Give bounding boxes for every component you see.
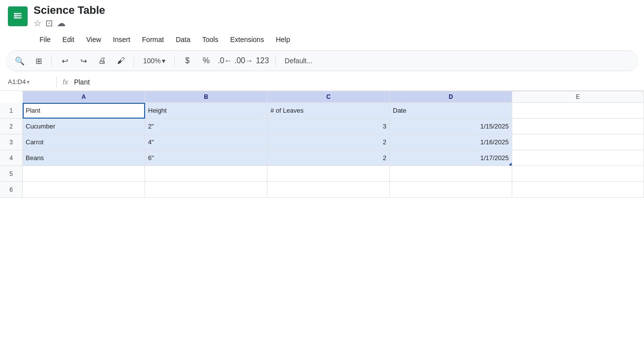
- cell-a4[interactable]: Beans: [23, 150, 145, 166]
- svg-rect-4: [14, 13, 16, 19]
- table-button[interactable]: ⊞: [31, 53, 46, 69]
- increase-decimal-button[interactable]: .00→: [236, 53, 252, 69]
- row-3: 3 Carrot 4" 2 1/16/2025: [0, 134, 644, 150]
- row-1: 1 Plant Height # of Leaves Date: [0, 103, 644, 119]
- redo-button[interactable]: ↪: [76, 53, 91, 69]
- col-header-e[interactable]: E: [512, 91, 644, 103]
- font-format-label[interactable]: Default...: [281, 56, 316, 66]
- cell-e4[interactable]: [512, 150, 644, 166]
- row-header-1[interactable]: 1: [0, 103, 23, 119]
- cell-c6[interactable]: [267, 182, 390, 198]
- row-header-4[interactable]: 4: [0, 150, 23, 166]
- formula-bar: A1:D4 ▾ fx Plant: [0, 73, 644, 91]
- paintformat-button[interactable]: 🖌: [113, 53, 129, 69]
- cell-b6[interactable]: [145, 182, 267, 198]
- menu-file[interactable]: File: [35, 34, 56, 45]
- cell-d3[interactable]: 1/16/2025: [390, 134, 512, 150]
- row-header-3[interactable]: 3: [0, 134, 23, 150]
- zoom-dropdown-icon: ▾: [162, 57, 165, 65]
- menu-extensions[interactable]: Extensions: [225, 34, 268, 45]
- toolbar-divider-4: [275, 55, 276, 67]
- col-header-c[interactable]: C: [267, 91, 390, 103]
- document-title[interactable]: Science Table: [34, 4, 105, 17]
- col-header-a[interactable]: A: [23, 91, 145, 103]
- fill-handle[interactable]: [509, 163, 512, 166]
- undo-button[interactable]: ↩: [57, 53, 73, 69]
- title-area: Science Table ☆ ⊡ ☁: [34, 4, 105, 29]
- cell-b5[interactable]: [145, 166, 267, 182]
- row-header-6[interactable]: 6: [0, 182, 23, 198]
- row-2: 2 Cucumber 2" 3 1/15/2025: [0, 119, 644, 134]
- toolbar-divider-2: [134, 55, 134, 67]
- cell-d1[interactable]: Date: [390, 103, 512, 119]
- title-bar: Science Table ☆ ⊡ ☁: [0, 0, 644, 33]
- cloud-icon[interactable]: ☁: [57, 18, 66, 29]
- toolbar-divider-1: [51, 55, 52, 67]
- grid-wrapper: A B C D E 1 Plant Height # of Leaves Dat…: [0, 91, 644, 198]
- app-icon: [8, 6, 28, 26]
- row-header-2[interactable]: 2: [0, 119, 23, 134]
- cell-a1[interactable]: Plant: [23, 103, 145, 119]
- cell-b4[interactable]: 6": [145, 150, 267, 166]
- cell-d4[interactable]: 1/17/2025: [390, 150, 512, 166]
- menu-data[interactable]: Data: [171, 34, 195, 45]
- col-header-d[interactable]: D: [390, 91, 512, 103]
- fx-label: fx: [63, 78, 68, 86]
- menu-tools[interactable]: Tools: [197, 34, 224, 45]
- cell-c2[interactable]: 3: [267, 119, 390, 134]
- cell-b2[interactable]: 2": [145, 119, 267, 134]
- cell-ref-value: A1:D4: [8, 78, 26, 85]
- row-header-5[interactable]: 5: [0, 166, 23, 182]
- toolbar-divider-3: [174, 55, 175, 67]
- cell-e5[interactable]: [512, 166, 644, 182]
- cell-d2[interactable]: 1/15/2025: [390, 119, 512, 134]
- cell-reference[interactable]: A1:D4 ▾: [6, 77, 50, 86]
- star-icon[interactable]: ☆: [34, 18, 41, 29]
- cell-e1[interactable]: [512, 103, 644, 119]
- row-6: 6: [0, 182, 644, 198]
- percent-button[interactable]: %: [198, 53, 214, 69]
- cell-a2[interactable]: Cucumber: [23, 119, 145, 134]
- print-button[interactable]: 🖨: [94, 53, 110, 69]
- cell-e2[interactable]: [512, 119, 644, 134]
- cell-c4[interactable]: 2: [267, 150, 390, 166]
- menu-format[interactable]: Format: [137, 34, 169, 45]
- cell-ref-dropdown[interactable]: ▾: [27, 79, 30, 85]
- toolbar: 🔍 ⊞ ↩ ↪ 🖨 🖌 100% ▾ $ % .0← .00→ 123 Defa…: [6, 50, 638, 71]
- menu-help[interactable]: Help: [271, 34, 295, 45]
- row-4: 4 Beans 6" 2 1/17/2025: [0, 150, 644, 166]
- cell-b1[interactable]: Height: [145, 103, 267, 119]
- formula-divider: [56, 77, 57, 87]
- cell-b3[interactable]: 4": [145, 134, 267, 150]
- cell-e3[interactable]: [512, 134, 644, 150]
- currency-button[interactable]: $: [180, 53, 195, 69]
- column-headers: A B C D E: [23, 91, 644, 103]
- cell-d5[interactable]: [390, 166, 512, 182]
- row-5: 5: [0, 166, 644, 182]
- formula-content[interactable]: Plant: [74, 78, 90, 86]
- zoom-label: 100%: [143, 57, 161, 65]
- cell-c5[interactable]: [267, 166, 390, 182]
- menu-edit[interactable]: Edit: [58, 34, 79, 45]
- move-icon[interactable]: ⊡: [45, 18, 53, 29]
- zoom-control[interactable]: 100% ▾: [139, 56, 169, 66]
- menu-view[interactable]: View: [81, 34, 106, 45]
- cell-d6[interactable]: [390, 182, 512, 198]
- cell-e6[interactable]: [512, 182, 644, 198]
- cell-c3[interactable]: 2: [267, 134, 390, 150]
- decrease-decimal-button[interactable]: .0←: [217, 53, 233, 69]
- menu-insert[interactable]: Insert: [108, 34, 135, 45]
- col-header-b[interactable]: B: [145, 91, 267, 103]
- cell-a6[interactable]: [23, 182, 145, 198]
- menu-bar: File Edit View Insert Format Data Tools …: [0, 33, 644, 48]
- spreadsheet-container: A B C D E 1 Plant Height # of Leaves Dat…: [0, 91, 644, 198]
- search-button[interactable]: 🔍: [12, 53, 28, 69]
- cell-a3[interactable]: Carrot: [23, 134, 145, 150]
- number-format-button[interactable]: 123: [255, 53, 270, 69]
- cell-c1[interactable]: # of Leaves: [267, 103, 390, 119]
- title-icons: ☆ ⊡ ☁: [34, 18, 105, 29]
- cell-a5[interactable]: [23, 166, 145, 182]
